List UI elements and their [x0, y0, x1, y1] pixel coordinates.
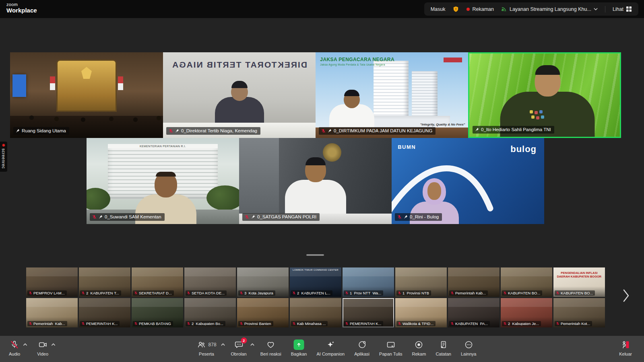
pin-icon — [251, 215, 255, 219]
video-tile-ruang-sidang-utama[interactable]: Ruang Sidang Utama — [10, 52, 163, 138]
participant-name: 0_Rini - Bulog — [410, 215, 439, 220]
ai-companion-button[interactable]: AI Companion — [313, 339, 348, 357]
person-silhouette — [215, 97, 264, 123]
main-video-row-top: Ruang Sidang Utama DIREKTORAT TERTIB NIA… — [10, 52, 621, 138]
video-button[interactable]: Video — [34, 339, 52, 357]
participant-thumbnail[interactable]: 3_Kota Jayapura — [237, 267, 289, 297]
apps-button[interactable]: Aplikasi — [351, 339, 373, 357]
whiteboard-icon — [386, 340, 396, 350]
participant-thumbnail[interactable]: 2_Kabupaten Bo... — [184, 298, 236, 327]
person-silhouette — [285, 180, 346, 214]
pin-icon — [16, 129, 20, 133]
video-tile-satgas-pangan-polri[interactable]: 0_SATGAS PANGAN POLRI — [239, 138, 392, 224]
thumbnail-row-2: Pemerintah_Kab... PEMERINTAH K... PEMKAB… — [26, 298, 605, 327]
participant-name: SEKRETARIAT D... — [139, 291, 172, 295]
participant-name: 2_KABUPATEN T... — [86, 291, 119, 295]
chevron-down-icon — [594, 8, 598, 10]
participant-name: 2_Kabupaten Je... — [508, 322, 539, 326]
live-streaming-menu[interactable]: Layanan Streaming Langsung Khu... — [501, 6, 598, 12]
participant-name-label: KABUPATEN_PA... — [449, 321, 490, 327]
participant-thumbnail[interactable]: Walikota & TPID... — [395, 298, 447, 327]
masuk-label: Masuk — [431, 6, 446, 12]
leave-meeting-icon — [620, 340, 631, 350]
participant-name-label: SEKRETARIAT D... — [133, 290, 174, 296]
video-tile-dirtimkum-kejagung[interactable]: JAKSA PENGACARA NEGARA Jaksa Agung Muda … — [316, 52, 468, 138]
participant-name: PEMKAB BATANG — [139, 322, 171, 326]
participant-name: 2_Kabupaten Bo... — [192, 322, 223, 326]
gallery-resize-handle[interactable] — [306, 254, 324, 256]
participant-name-label: 0_Ito Hediarto Sahli Panglima TNI — [473, 126, 554, 134]
notes-button[interactable]: Catatan — [432, 339, 454, 357]
participants-button[interactable]: 878 Peserta — [194, 339, 225, 357]
mic-off-icon — [134, 322, 138, 325]
participant-thumbnail[interactable]: PEMKAB BATANG — [132, 298, 183, 327]
participant-name: Pemerintah Kab... — [455, 291, 486, 295]
video-tile-ito-hediarto-active-speaker[interactable]: 0_Ito Hediarto Sahli Panglima TNI — [468, 52, 621, 138]
participant-thumbnail[interactable]: KABUPATEN BO... Pengendalian Inflasi Dae… — [553, 267, 605, 297]
participant-thumbnail[interactable]: 2_Kabupaten Je... — [501, 298, 552, 327]
leave-meeting-button[interactable]: Keluar — [616, 339, 635, 357]
participant-thumbnail[interactable]: 2_KABUPATEN L... LOMBOK TIMUR COMMAND CE… — [290, 267, 341, 297]
view-button[interactable]: Lihat — [613, 6, 632, 12]
record-button[interactable]: Rekam — [409, 339, 429, 357]
mic-off-icon — [345, 291, 349, 295]
audio-options-chevron-icon[interactable] — [23, 342, 27, 347]
participant-name: Pemerintah Kot... — [561, 322, 590, 326]
share-label: Bagikan — [291, 352, 307, 356]
video-tile-direktorat-tertib-niaga[interactable]: DIREKTORAT TERTIB NIAGA 0_Direktorat Ter… — [163, 52, 316, 138]
more-button[interactable]: Lainnya — [458, 339, 480, 357]
screenrec-watermark[interactable]: screenrec — [0, 142, 7, 172]
share-screen-button[interactable]: Bagikan — [288, 339, 310, 357]
participant-thumbnail[interactable]: Pemerintah Kot... — [553, 298, 605, 327]
participant-thumbnail[interactable]: 1_Prov NTT_Wa... — [343, 267, 394, 297]
participant-name: 0_DIRTIMKUM PADA JAM DATUN KEJAGUNG — [334, 129, 432, 134]
bumn-logo-text: BUMN — [398, 144, 416, 150]
participant-name-label: 0_SATGAS PANGAN POLRI — [242, 213, 320, 221]
recording-indicator[interactable]: Rekaman — [466, 6, 494, 12]
backdrop-tagline: "Integrity, Quality & No Fees" — [420, 123, 465, 126]
whiteboard-label: Papan Tulis — [379, 352, 402, 356]
mic-off-icon — [450, 291, 454, 295]
participant-thumbnail[interactable]: KABUPATEN BO... — [501, 267, 552, 297]
tv-screen-shape — [12, 74, 26, 97]
video-tile-rini-bulog[interactable]: BUMN bulog 0_Rini - Bulog — [392, 138, 544, 224]
participant-thumbnail[interactable]: SEKRETARIAT D... — [132, 267, 183, 297]
participant-thumbnail[interactable]: PEMPROV LAM... — [26, 267, 78, 297]
participant-thumbnail[interactable]: PEMERINTAH K... — [343, 298, 394, 327]
reactions-button[interactable]: Beri reaksi — [257, 339, 285, 357]
apps-icon — [357, 340, 367, 350]
video-options-chevron-icon[interactable] — [51, 342, 56, 347]
mic-off-icon — [398, 291, 401, 295]
participant-thumbnail[interactable]: 2_KABUPATEN T... — [79, 267, 130, 297]
participant-thumbnail[interactable]: PEMERINTAH K... — [79, 298, 130, 327]
participant-thumbnail[interactable]: 1_Provinsi NTB — [395, 267, 447, 297]
video-tile-suwandi-kementan[interactable]: KEMENTERIAN PERTANIAN R.I. 0_Suwandi SAM… — [87, 138, 239, 224]
participant-name: 0_SATGAS PANGAN POLRI — [257, 215, 316, 220]
participant-name-label: Walikota & TPID... — [396, 321, 436, 327]
building-sign-text: KEMENTERIAN PERTANIAN R.I. — [108, 144, 218, 148]
participant-thumbnail[interactable]: SETDA KOTA DE... — [184, 267, 236, 297]
whiteboard-button[interactable]: Papan Tulis — [376, 339, 405, 357]
thumbnail-row-1: PEMPROV LAM... 2_KABUPATEN T... SEKRETAR… — [26, 267, 605, 297]
participant-thumbnail[interactable]: Pemerintah_Kab... — [26, 298, 78, 327]
participants-options-chevron-icon[interactable] — [221, 342, 225, 347]
participant-name-label: PEMPROV LAM... — [27, 290, 67, 296]
participant-thumbnail[interactable]: Pemerintah Kab... — [448, 267, 500, 297]
participant-thumbnail[interactable]: KABUPATEN_PA... — [448, 298, 500, 327]
pin-icon — [404, 215, 408, 219]
flag-shape — [50, 76, 55, 90]
participant-thumbnail[interactable]: Provinsi Banten — [237, 298, 289, 327]
participant-name-label: 3_Kota Jayapura — [238, 290, 275, 296]
participant-name-label: Kab Minahasa ... — [291, 321, 328, 327]
screenrec-record-dot-icon — [2, 144, 5, 147]
chat-options-chevron-icon[interactable] — [250, 342, 255, 347]
participant-thumbnail[interactable]: Kab Minahasa ... — [290, 298, 341, 327]
masuk-button[interactable]: Masuk — [431, 6, 446, 12]
flag-shape — [118, 76, 123, 90]
participant-name-label: 1_Provinsi NTB — [396, 290, 431, 296]
mic-off-icon — [398, 322, 401, 325]
next-participants-page-button[interactable] — [622, 289, 630, 304]
chat-button[interactable]: 2 Obrolan — [228, 339, 254, 357]
security-shield-icon[interactable]: ! — [452, 6, 459, 13]
audio-button[interactable]: Audio — [6, 339, 23, 357]
